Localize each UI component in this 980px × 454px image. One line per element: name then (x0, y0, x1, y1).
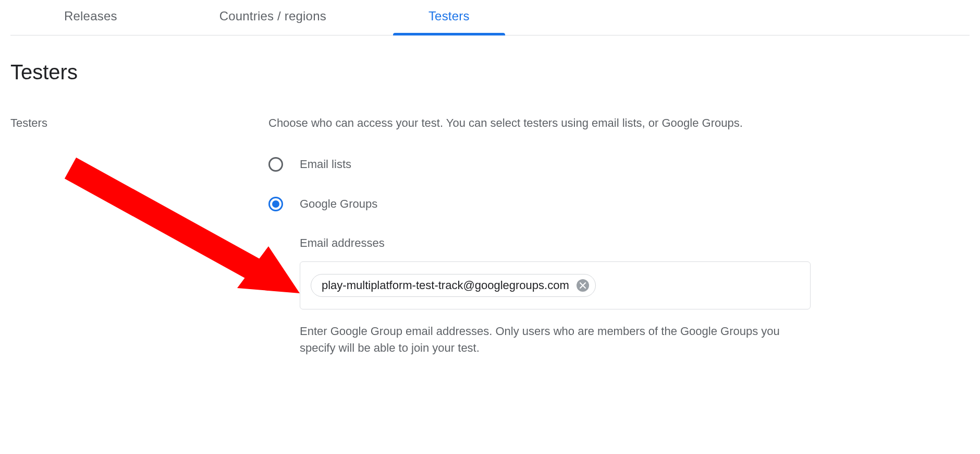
close-icon[interactable] (577, 279, 589, 292)
radio-icon (268, 157, 283, 172)
testers-row: Testers Choose who can access your test.… (10, 115, 970, 356)
radio-icon (268, 197, 283, 211)
chip-text: play-multiplatform-test-track@googlegrou… (322, 279, 569, 292)
tab-releases[interactable]: Releases (55, 9, 127, 35)
email-chip: play-multiplatform-test-track@googlegrou… (311, 274, 596, 297)
helper-text: Enter Google Group email addresses. Only… (300, 323, 811, 356)
radio-email-lists[interactable]: Email lists (268, 157, 821, 172)
page-title: Testers (10, 61, 970, 84)
row-description: Choose who can access your test. You can… (268, 115, 821, 131)
radio-google-groups[interactable]: Google Groups (268, 197, 821, 211)
row-body: Choose who can access your test. You can… (268, 115, 821, 356)
tab-countries-regions[interactable]: Countries / regions (210, 9, 336, 35)
email-addresses-input[interactable]: play-multiplatform-test-track@googlegrou… (300, 261, 811, 309)
radio-label: Email lists (300, 158, 351, 171)
row-label-testers: Testers (10, 115, 268, 130)
tab-testers[interactable]: Testers (419, 9, 479, 35)
page-root: Releases Countries / regions Testers Tes… (0, 0, 980, 454)
tab-bar: Releases Countries / regions Testers (10, 0, 970, 35)
tester-source-radio-group: Email lists Google Groups (268, 157, 821, 211)
email-addresses-label: Email addresses (300, 236, 821, 250)
radio-label: Google Groups (300, 197, 377, 211)
